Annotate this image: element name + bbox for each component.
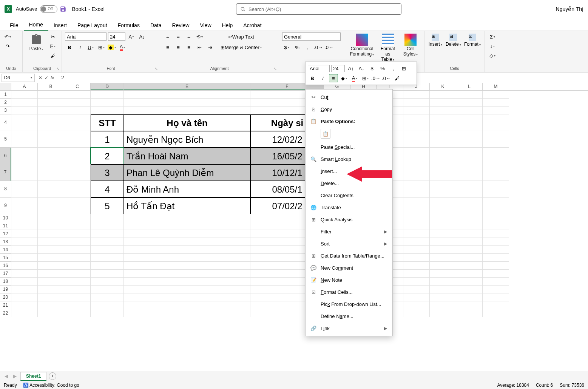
cell[interactable] <box>124 107 250 114</box>
cell[interactable] <box>483 230 509 238</box>
row-header-1[interactable]: 1 <box>0 91 11 99</box>
cell[interactable] <box>456 181 483 198</box>
cell[interactable] <box>64 148 91 164</box>
cell[interactable] <box>430 270 456 278</box>
cell[interactable] <box>38 293 64 301</box>
row-header-21[interactable]: 21 <box>0 301 11 309</box>
cell[interactable] <box>64 293 91 301</box>
cell[interactable] <box>11 99 38 107</box>
sheet-tab-1[interactable]: Sheet1 <box>20 372 46 381</box>
cell[interactable] <box>456 293 483 301</box>
cell-styles-button[interactable]: Cell Styles <box>400 32 421 58</box>
cell[interactable] <box>403 164 430 181</box>
cell[interactable] <box>11 230 38 238</box>
cell[interactable] <box>38 246 64 254</box>
mini-percent[interactable]: % <box>378 64 387 73</box>
row-header-7[interactable]: 7 <box>0 164 11 181</box>
ctx-clear-contents[interactable]: Clear Contents <box>306 189 392 201</box>
align-center-button[interactable]: ≡ <box>174 43 183 51</box>
italic-button[interactable]: I <box>76 43 85 51</box>
cell[interactable] <box>124 230 250 238</box>
cell[interactable] <box>403 278 430 286</box>
tab-view[interactable]: View <box>194 20 216 31</box>
cell[interactable] <box>430 91 456 99</box>
spreadsheet-grid[interactable]: A B C D E F G H I J K L M 1234STTHọ và t… <box>0 83 588 317</box>
cell[interactable] <box>91 278 124 286</box>
increase-indent-button[interactable]: ⇥ <box>205 43 215 51</box>
cell[interactable] <box>430 131 456 148</box>
cell[interactable] <box>403 214 430 222</box>
cell[interactable] <box>64 246 91 254</box>
cell[interactable] <box>403 246 430 254</box>
cell[interactable] <box>38 238 64 246</box>
ctx-new-comment[interactable]: 💬New Comment <box>306 262 392 274</box>
cell[interactable] <box>483 278 509 286</box>
cancel-formula-button[interactable]: ✕ <box>39 75 42 80</box>
col-header-e[interactable]: E <box>124 83 250 90</box>
cell[interactable] <box>38 214 64 222</box>
cell[interactable] <box>11 198 38 214</box>
cell[interactable] <box>483 222 509 230</box>
cell[interactable] <box>64 99 91 107</box>
ctx-filter[interactable]: Filter▶ <box>306 225 392 238</box>
undo-button[interactable]: ↶ <box>3 32 12 41</box>
font-size-select[interactable] <box>108 32 125 41</box>
cell[interactable] <box>456 164 483 181</box>
cell[interactable] <box>403 293 430 301</box>
cell[interactable] <box>38 181 64 198</box>
row-header-16[interactable]: 16 <box>0 262 11 270</box>
row-header-19[interactable]: 19 <box>0 286 11 293</box>
cell[interactable] <box>456 238 483 246</box>
cell[interactable] <box>91 214 124 222</box>
cell[interactable] <box>124 293 250 301</box>
row-header-4[interactable]: 4 <box>0 114 11 131</box>
font-launcher[interactable]: ⤡ <box>154 66 159 71</box>
row-header-5[interactable]: 5 <box>0 131 11 148</box>
cell[interactable] <box>64 238 91 246</box>
redo-button[interactable]: ↷ <box>3 42 12 50</box>
merge-center-button[interactable]: ⊞ Merge & Center <box>218 43 264 51</box>
cut-button[interactable]: ✂ <box>48 32 57 41</box>
cell[interactable] <box>11 214 38 222</box>
cell[interactable] <box>430 181 456 198</box>
cell[interactable] <box>11 254 38 262</box>
tab-review[interactable]: Review <box>167 20 195 31</box>
number-format-select[interactable] <box>282 32 341 41</box>
wrap-text-button[interactable]: ↩ Wrap Text <box>218 32 264 41</box>
cell[interactable]: Đỗ Minh Anh <box>124 181 250 198</box>
cell[interactable] <box>456 222 483 230</box>
alignment-launcher[interactable]: ⤡ <box>273 66 278 71</box>
cell[interactable] <box>38 262 64 270</box>
cell[interactable] <box>430 148 456 164</box>
cell[interactable]: Trần Hoài Nam <box>124 148 250 164</box>
row-header-8[interactable]: 8 <box>0 181 11 198</box>
col-header-c[interactable]: C <box>64 83 91 90</box>
row-header-12[interactable]: 12 <box>0 230 11 238</box>
col-header-d[interactable]: D <box>91 83 124 90</box>
cell[interactable] <box>483 214 509 222</box>
cell[interactable] <box>11 293 38 301</box>
cell[interactable]: STT <box>91 114 124 131</box>
cell[interactable] <box>430 230 456 238</box>
cell[interactable]: 5 <box>91 198 124 214</box>
cell[interactable] <box>430 309 456 317</box>
cell[interactable] <box>483 301 509 309</box>
mini-font-size[interactable] <box>331 65 345 72</box>
sheet-nav-prev[interactable]: ◀ <box>3 374 9 379</box>
cell[interactable] <box>124 254 250 262</box>
cell[interactable] <box>11 262 38 270</box>
mini-comma[interactable]: , <box>389 64 398 73</box>
cell[interactable] <box>64 286 91 293</box>
cell[interactable] <box>403 198 430 214</box>
cell[interactable] <box>403 238 430 246</box>
cell[interactable] <box>430 164 456 181</box>
cell[interactable] <box>124 270 250 278</box>
tab-help[interactable]: Help <box>217 20 238 31</box>
cell[interactable] <box>403 270 430 278</box>
cell[interactable] <box>483 107 509 114</box>
row-header-15[interactable]: 15 <box>0 254 11 262</box>
cell[interactable] <box>91 246 124 254</box>
cell[interactable] <box>38 164 64 181</box>
increase-decimal-button[interactable]: .0→ <box>314 43 323 51</box>
row-header-18[interactable]: 18 <box>0 278 11 286</box>
